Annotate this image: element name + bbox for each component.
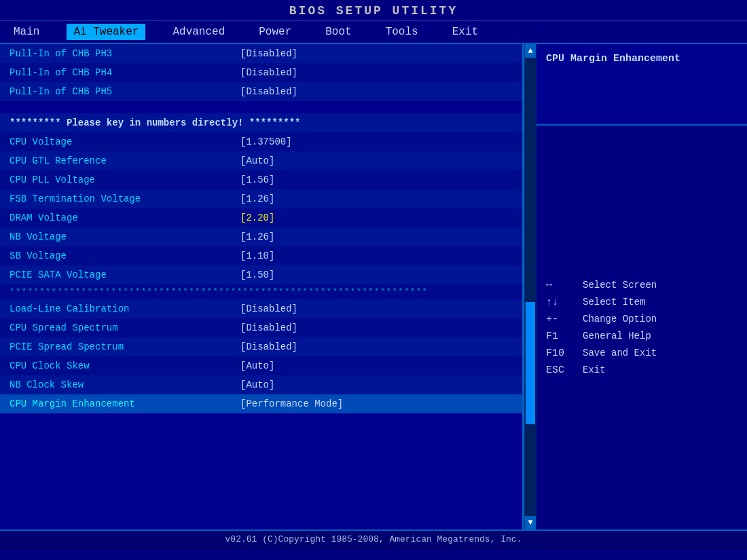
row-label: CPU Margin Enhancement — [10, 398, 240, 409]
bios-setting-row[interactable]: CPU GTL Reference[Auto] — [0, 151, 522, 170]
nav-item-main[interactable]: Main — [7, 24, 46, 40]
row-value: [2.20] — [240, 212, 274, 223]
nav-item-boot[interactable]: Boot — [318, 24, 358, 40]
scroll-up-arrow[interactable]: ▲ — [525, 44, 536, 58]
bios-setting-row[interactable]: DRAM Voltage[2.20] — [0, 208, 522, 227]
row-value: [Disabled] — [240, 303, 297, 314]
row-value: [Auto] — [240, 155, 274, 166]
row-value: [Disabled] — [240, 322, 297, 333]
key-row: F10Save and Exit — [546, 348, 737, 359]
info-panel: CPU Margin Enhancement ↔Select Screen↑↓S… — [536, 44, 747, 529]
key-description: Exit — [583, 365, 606, 375]
row-label: Pull-In of CHB PH4 — [10, 67, 240, 78]
separator-row: ****************************************… — [0, 284, 522, 299]
row-value: [1.10] — [240, 250, 274, 261]
row-label: CPU Voltage — [10, 136, 240, 147]
nav-item-ai-tweaker[interactable]: Ai Tweaker — [67, 24, 145, 40]
row-value: [Disabled] — [240, 67, 297, 78]
scrollbar[interactable]: ▲ ▼ — [524, 44, 536, 529]
scroll-track — [525, 58, 536, 516]
bios-rows: Pull-In of CHB PH3[Disabled]Pull-In of C… — [0, 44, 522, 413]
info-keys: ↔Select Screen↑↓Select Item+-Change Opti… — [536, 126, 747, 529]
row-value: [Disabled] — [240, 86, 297, 97]
key-description: Select Screen — [583, 280, 657, 291]
row-label: CPU Spread Spectrum — [10, 322, 240, 333]
row-label: PCIE Spread Spectrum — [10, 341, 240, 352]
row-value: [1.26] — [240, 231, 274, 242]
info-top-text: CPU Margin Enhancement — [546, 53, 680, 64]
bios-setting-row[interactable]: PCIE SATA Voltage[1.50] — [0, 265, 522, 284]
bios-setting-row[interactable]: Pull-In of CHB PH3[Disabled] — [0, 44, 522, 63]
row-value: [Auto] — [240, 379, 274, 390]
key-symbol: ↑↓ — [546, 297, 573, 308]
key-symbol: F10 — [546, 348, 573, 359]
row-value: [Disabled] — [240, 341, 297, 352]
bios-setting-row[interactable]: NB Clock Skew[Auto] — [0, 375, 522, 394]
key-row: ↑↓Select Item — [546, 297, 737, 308]
bios-setting-row[interactable]: Load-Line Calibration[Disabled] — [0, 299, 522, 318]
row-label: Load-Line Calibration — [10, 303, 240, 314]
row-label: Pull-In of CHB PH5 — [10, 86, 240, 97]
row-label: FSB Termination Voltage — [10, 193, 240, 204]
row-value: [1.26] — [240, 193, 274, 204]
row-label: CPU Clock Skew — [10, 360, 240, 371]
key-description: Select Item — [583, 297, 645, 307]
bios-setting-row[interactable]: CPU Voltage[1.37500] — [0, 132, 522, 151]
key-symbol: F1 — [546, 331, 573, 342]
nav-item-advanced[interactable]: Advanced — [166, 24, 232, 40]
row-value: [Auto] — [240, 360, 274, 371]
row-value: [Performance Mode] — [240, 398, 343, 409]
bios-title: BIOS SETUP UTILITY — [289, 4, 458, 18]
key-row: F1General Help — [546, 331, 737, 342]
row-label: CPU GTL Reference — [10, 155, 240, 166]
key-description: Change Option — [583, 314, 657, 324]
status-bar: v02.61 (C)Copyright 1985-2008, American … — [0, 529, 747, 550]
bios-setting-row[interactable]: NB Voltage[1.26] — [0, 227, 522, 246]
bios-setting-row[interactable]: CPU Margin Enhancement[Performance Mode] — [0, 394, 522, 413]
nav-menu: MainAi TweakerAdvancedPowerBootToolsExit — [0, 21, 747, 44]
key-symbol: ESC — [546, 365, 573, 376]
row-value: [1.50] — [240, 269, 274, 280]
bios-setting-row[interactable]: CPU PLL Voltage[1.56] — [0, 170, 522, 189]
key-row: +-Change Option — [546, 314, 737, 325]
row-label: SB Voltage — [10, 250, 240, 261]
key-description: Save and Exit — [583, 348, 657, 358]
empty-row — [0, 101, 522, 113]
nav-item-exit[interactable]: Exit — [445, 24, 485, 40]
key-symbol: ↔ — [546, 280, 573, 291]
bios-setting-row[interactable]: Pull-In of CHB PH5[Disabled] — [0, 82, 522, 101]
bios-setting-row[interactable]: FSB Termination Voltage[1.26] — [0, 189, 522, 208]
nav-item-power[interactable]: Power — [252, 24, 298, 40]
bios-setting-row[interactable]: CPU Clock Skew[Auto] — [0, 356, 522, 375]
content-panel: Pull-In of CHB PH3[Disabled]Pull-In of C… — [0, 44, 524, 529]
title-bar: BIOS SETUP UTILITY — [0, 0, 747, 21]
row-label: NB Clock Skew — [10, 379, 240, 390]
row-label: CPU PLL Voltage — [10, 174, 240, 185]
main-area: Pull-In of CHB PH3[Disabled]Pull-In of C… — [0, 44, 747, 529]
bios-setting-row[interactable]: Pull-In of CHB PH4[Disabled] — [0, 63, 522, 82]
row-value: [Disabled] — [240, 48, 297, 59]
row-label: DRAM Voltage — [10, 212, 240, 223]
key-symbol: +- — [546, 314, 573, 325]
row-label: Pull-In of CHB PH3 — [10, 48, 240, 59]
bios-setting-row[interactable]: SB Voltage[1.10] — [0, 246, 522, 265]
row-label: NB Voltage — [10, 231, 240, 242]
notice-text: ********* Please key in numbers directly… — [10, 117, 300, 128]
key-row: ↔Select Screen — [546, 280, 737, 291]
status-text: v02.61 (C)Copyright 1985-2008, American … — [225, 534, 522, 544]
bios-setting-row[interactable]: PCIE Spread Spectrum[Disabled] — [0, 337, 522, 356]
scroll-thumb[interactable] — [526, 302, 535, 424]
row-value: [1.56] — [240, 174, 274, 185]
nav-item-tools[interactable]: Tools — [379, 24, 425, 40]
key-description: General Help — [583, 331, 651, 341]
info-top: CPU Margin Enhancement — [536, 44, 747, 126]
key-row: ESCExit — [546, 365, 737, 376]
row-value: [1.37500] — [240, 136, 292, 147]
row-label: PCIE SATA Voltage — [10, 269, 240, 280]
notice-row: ********* Please key in numbers directly… — [0, 113, 522, 132]
scroll-down-arrow[interactable]: ▼ — [525, 516, 536, 529]
bios-setting-row[interactable]: CPU Spread Spectrum[Disabled] — [0, 318, 522, 337]
